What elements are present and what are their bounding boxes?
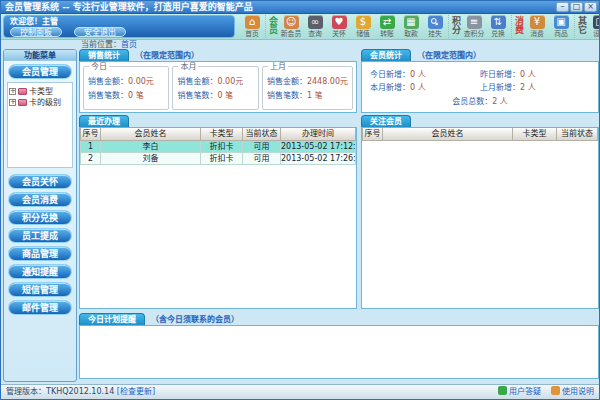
expander-icon[interactable]: + <box>9 88 16 95</box>
search-icon: ∞ <box>308 15 323 29</box>
version-label: 管理版本： <box>6 387 46 396</box>
sales-statistics-panel: 销售统计 （在限定范围内） 今日 销售金额：0.00元 销售笔数：0 笔 本月 … <box>79 49 357 113</box>
manual-link[interactable]: 使用说明 <box>551 385 594 399</box>
stored-value-icon: $ <box>356 15 371 29</box>
toolbar-group-consume: 消费 ¥ 消费 ▣ 商品 <box>511 15 574 38</box>
consume-icon: ¥ <box>530 15 545 29</box>
settings-icon: ◨ <box>593 15 600 29</box>
maximize-button[interactable]: □ <box>570 2 583 12</box>
new-member-icon: ☺ <box>284 15 299 29</box>
toolbar-item-home[interactable]: ⌂ 首页 <box>240 15 264 38</box>
check-points-icon: ≡ <box>467 15 482 29</box>
toolbar-group-member: 会员 ☺ 新会员 ∞ 查询 ♥ 关怀 $ 储值 ⇄ <box>265 15 448 38</box>
sales-group-this-month: 本月 销售金额：0.00元 销售笔数：0 笔 <box>172 66 258 110</box>
followed-members-table: 序号 会员姓名 卡类型 当前状态 <box>362 128 598 141</box>
card-icon <box>18 99 27 106</box>
close-button[interactable]: × <box>584 2 597 12</box>
card-icon <box>18 88 27 95</box>
toolbar-item-report-loss[interactable]: ♀ 挂失 <box>423 15 447 38</box>
toolbar-item-settings[interactable]: ◨ 设置 <box>588 15 600 38</box>
expander-icon[interactable]: + <box>9 99 16 106</box>
tree-item-card-level[interactable]: + 卡的级别 <box>9 97 71 108</box>
sidebar-item-sms-management[interactable]: 短信管理 <box>8 282 72 297</box>
group-label-consume: 消费 <box>514 16 524 34</box>
goods-icon: ▣ <box>554 15 569 29</box>
toolbar-item-goods[interactable]: ▣ 商品 <box>549 15 573 38</box>
tab-member-statistics[interactable]: 会员统计 <box>361 49 411 61</box>
breadcrumb-label: 当前位置： <box>81 40 121 49</box>
window-title: 会员管理系统 -- 专注行业管理软件，打造用户喜爱的智能产品 <box>5 1 554 13</box>
reminder-hint: （含今日须联系的会员） <box>151 315 239 325</box>
tab-sales-statistics[interactable]: 销售统计 <box>79 49 129 61</box>
home-icon: ⌂ <box>245 15 260 29</box>
toolbar-item-withdraw[interactable]: ▦ 取款 <box>399 15 423 38</box>
table-row[interactable]: 2 刘备 折扣卡 可用 2013-05-02 17:26:56 <box>81 153 356 165</box>
titlebar: 会员管理系统 -- 专注行业管理软件，打造用户喜爱的智能产品 – □ × <box>1 1 599 14</box>
breadcrumb: 当前位置：首页 <box>1 40 599 49</box>
toolbar-group-home: ⌂ 首页 <box>239 15 265 38</box>
toolbar-group-other: 其它 ◨ 设置 ◔ 提醒 ☎ 发短信 ✉ 群邮件 ▥ <box>574 15 600 38</box>
exchange-icon: ⇅ <box>491 15 506 29</box>
sidebar-item-staff-commission[interactable]: 员工提成 <box>8 228 72 243</box>
sidebar-item-member-consume[interactable]: 会员消费 <box>8 192 72 207</box>
check-update-link[interactable]: [检查更新] <box>117 387 155 396</box>
user-qa-link[interactable]: 用户答疑 <box>498 385 541 399</box>
sidebar: 功能菜单 会员管理 + 卡类型 + 卡的级别 会员关怀 会员消费 积分兑换 员工… <box>3 49 77 382</box>
sidebar-item-member-management[interactable]: 会员管理 <box>8 64 72 79</box>
transfer-icon: ⇄ <box>380 15 395 29</box>
care-icon: ♥ <box>332 15 347 29</box>
toolbar-item-new-member[interactable]: ☺ 新会员 <box>279 15 303 38</box>
member-scope-hint: （在限定范围内） <box>417 51 481 61</box>
sidebar-item-notification[interactable]: 通知提醒 <box>8 264 72 279</box>
tab-recent-members[interactable]: 最近办理 <box>79 115 129 127</box>
toolbar-item-exchange[interactable]: ⇅ 兑换 <box>486 15 510 38</box>
sidebar-header: 功能菜单 <box>4 50 76 61</box>
sales-group-today: 今日 销售金额：0.00元 销售笔数：0 笔 <box>83 66 169 110</box>
window-controls: – □ × <box>554 1 599 13</box>
report-loss-icon: ♀ <box>428 15 443 29</box>
control-panel-button[interactable]: 控制面板 <box>10 27 62 37</box>
logout-button[interactable]: 安全退出 <box>74 27 126 37</box>
reminder-empty-area <box>79 325 599 379</box>
group-label-points: 积分 <box>451 16 461 34</box>
welcome-text: 欢迎您！主管 <box>10 17 228 26</box>
group-label-member: 会员 <box>268 16 278 34</box>
recent-members-panel: 最近办理 序号 会员姓名 卡类型 当前状态 办理时间 1 李白 折扣卡 可用 2… <box>79 115 357 309</box>
toolbar-item-search[interactable]: ∞ 查询 <box>303 15 327 38</box>
minimize-button[interactable]: – <box>556 2 569 12</box>
manual-icon <box>551 386 560 395</box>
toolbar-item-care[interactable]: ♥ 关怀 <box>327 15 351 38</box>
sidebar-item-member-care[interactable]: 会员关怀 <box>8 174 72 189</box>
today-reminder-panel: 今日计划提醒 （含今日须联系的会员） <box>79 313 599 379</box>
sidebar-tree: + 卡类型 + 卡的级别 <box>7 82 73 168</box>
table-row[interactable]: 1 李白 折扣卡 可用 2013-05-02 17:12:41 <box>81 141 356 153</box>
table-header-row: 序号 会员姓名 卡类型 当前状态 <box>363 128 598 141</box>
statusbar: 管理版本：TKHQ2012.10.14 [检查更新] 用户答疑 使用说明 <box>1 384 599 399</box>
sidebar-item-mail-management[interactable]: 邮件管理 <box>8 300 72 315</box>
recent-members-table: 序号 会员姓名 卡类型 当前状态 办理时间 1 李白 折扣卡 可用 2013-0… <box>80 128 356 165</box>
toolbar-item-check-points[interactable]: ≡ 查积分 <box>462 15 486 38</box>
member-total: 会员总数：2 人 <box>370 97 590 107</box>
breadcrumb-home-link[interactable]: 首页 <box>121 40 137 49</box>
welcome-panel: 欢迎您！主管 控制面板 安全退出 <box>3 15 235 38</box>
withdraw-icon: ▦ <box>404 15 419 29</box>
tab-today-reminder[interactable]: 今日计划提醒 <box>79 313 145 325</box>
tab-followed-members[interactable]: 关注会员 <box>361 115 411 127</box>
version-value: TKHQ2012.10.14 <box>46 387 114 396</box>
toolbar-item-transfer[interactable]: ⇄ 转账 <box>375 15 399 38</box>
table-header-row: 序号 会员姓名 卡类型 当前状态 办理时间 <box>81 128 356 141</box>
sales-group-last-month: 上月 销售金额：2448.00元 销售笔数：1 笔 <box>262 66 353 110</box>
toolbar-item-consume[interactable]: ¥ 消费 <box>525 15 549 38</box>
sidebar-item-points-exchange[interactable]: 积分兑换 <box>8 210 72 225</box>
qa-icon <box>498 386 507 395</box>
app-window: 会员管理系统 -- 专注行业管理软件，打造用户喜爱的智能产品 – □ × 欢迎您… <box>0 0 600 400</box>
sidebar-item-goods-management[interactable]: 商品管理 <box>8 246 72 261</box>
toolbar: ⌂ 首页 会员 ☺ 新会员 ∞ 查询 ♥ 关怀 $ <box>239 14 599 40</box>
toolbar-item-stored-value[interactable]: $ 储值 <box>351 15 375 38</box>
toolbar-group-points: 积分 ≡ 查积分 ⇅ 兑换 <box>448 15 511 38</box>
tree-item-card-type[interactable]: + 卡类型 <box>9 86 71 97</box>
group-label-other: 其它 <box>577 16 587 34</box>
followed-members-panel: 关注会员 序号 会员姓名 卡类型 当前状态 <box>361 115 599 309</box>
member-statistics-panel: 会员统计 （在限定范围内） 今日新增：0 人 昨日新增：0 人 本月新增：0 人… <box>361 49 599 113</box>
sales-scope-hint: （在限定范围内） <box>135 51 199 61</box>
